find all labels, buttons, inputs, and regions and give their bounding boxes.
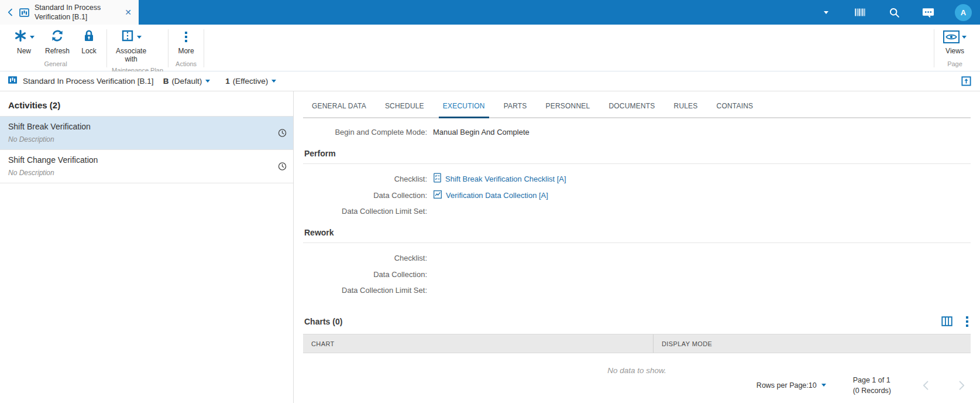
rework-limit-set-label: Data Collection Limit Set: (303, 286, 427, 295)
tab-general-data[interactable]: GENERAL DATA (311, 101, 367, 117)
activity-description: No Description (8, 135, 270, 144)
perform-data-collection-label: Data Collection: (303, 191, 427, 200)
tab-title-line2: Verification [B.1] (35, 13, 87, 21)
new-button-label: New (17, 47, 31, 55)
messages-icon[interactable] (921, 5, 935, 19)
more-button-label: More (178, 47, 194, 55)
rows-per-page-selector[interactable]: Rows per Page:10 (757, 381, 826, 390)
toolbar-group-actions: More Actions (170, 25, 202, 71)
revision-dropdown-caret-icon[interactable] (205, 80, 210, 83)
rework-data-collection-field: Data Collection: (303, 266, 971, 282)
toolbar-separator (168, 29, 169, 67)
column-header-chart[interactable]: CHART (303, 334, 654, 352)
rework-checklist-field: Checklist: (303, 250, 971, 267)
breadcrumb-object-icon (7, 74, 18, 88)
ribbon-toolbar: New Refresh (0, 25, 980, 71)
checklist-icon (433, 173, 442, 185)
list-item-shift-break-verification[interactable]: Shift Break Verification No Description (0, 117, 293, 150)
activity-description: No Description (8, 169, 270, 177)
toolbar-group-maintenance-plan: Associate with Maintenance Plan (108, 25, 167, 71)
perform-data-collection-field: Data Collection: Verification Data Colle… (303, 187, 971, 203)
rows-per-page-caret-icon[interactable] (821, 384, 826, 387)
version-dropdown-caret-icon[interactable] (271, 80, 276, 83)
perform-section-heading: Perform (304, 149, 971, 158)
process-tab-icon (19, 7, 30, 18)
topbar-dropdown-caret-icon[interactable] (819, 5, 833, 19)
revision-selector[interactable]: B (Default) (154, 77, 211, 86)
tab-schedule[interactable]: SCHEDULE (384, 101, 425, 117)
version-selector[interactable]: 1 (Effective) (216, 77, 276, 86)
next-page-icon[interactable] (955, 380, 967, 391)
toolbar-group-page: Views Page (936, 25, 980, 71)
refresh-button[interactable]: Refresh (41, 27, 74, 57)
back-chevron-icon[interactable] (5, 5, 16, 19)
views-dropdown-caret-icon[interactable] (962, 36, 967, 39)
column-header-display-mode[interactable]: DISPLAY MODE (654, 334, 971, 352)
perform-data-collection-link[interactable]: Verification Data Collection [A] (433, 190, 548, 201)
tab-personnel[interactable]: PERSONNEL (545, 101, 591, 117)
expand-view-icon[interactable] (961, 76, 972, 87)
toolbar-separator (204, 29, 204, 67)
page-info: Page 1 of 1 (0 Records) (853, 375, 891, 396)
application-window: Standard In Process Verification [B.1] ✕ (0, 0, 980, 403)
previous-page-icon[interactable] (920, 380, 932, 391)
group-label-page: Page (939, 59, 971, 70)
perform-limit-set-label: Data Collection Limit Set: (303, 207, 427, 216)
records-count: (0 Records) (853, 387, 891, 395)
group-label-actions: Actions (173, 59, 199, 70)
user-avatar[interactable]: A (955, 4, 972, 21)
detail-tabs: GENERAL DATA SCHEDULE EXECUTION PARTS PE… (303, 91, 971, 118)
tab-documents[interactable]: DOCUMENTS (608, 101, 655, 117)
search-icon[interactable] (887, 5, 901, 19)
more-kebab-icon (185, 32, 187, 42)
tab-title: Standard In Process Verification [B.1] (35, 3, 112, 22)
version-value: 1 (225, 77, 230, 86)
column-settings-icon[interactable] (941, 316, 953, 327)
open-tab[interactable]: Standard In Process Verification [B.1] ✕ (0, 0, 139, 25)
new-dropdown-caret-icon[interactable] (30, 36, 35, 39)
toolbar-separator (106, 29, 107, 67)
toolbar-group-general: New Refresh (6, 25, 105, 71)
charts-table-header: CHART DISPLAY MODE (303, 334, 971, 353)
close-tab-icon[interactable]: ✕ (125, 8, 132, 17)
tab-title-line1: Standard In Process (35, 4, 101, 12)
rows-per-page-label: Rows per Page:10 (757, 381, 817, 390)
table-pagination: Rows per Page:10 Page 1 of 1 (0 Records) (303, 375, 971, 403)
associate-with-button[interactable]: Associate with (112, 27, 150, 66)
more-button[interactable]: More (173, 27, 199, 57)
activity-title: Shift Break Verification (8, 122, 270, 131)
list-item-shift-change-verification[interactable]: Shift Change Verification No Description (0, 150, 293, 183)
new-button[interactable]: New (9, 27, 39, 57)
divider (303, 243, 971, 243)
views-button[interactable]: Views (939, 27, 971, 57)
page-count: Page 1 of 1 (853, 376, 890, 384)
rework-data-collection-label: Data Collection: (303, 270, 427, 279)
revision-value: B (163, 77, 169, 86)
lock-button-label: Lock (81, 47, 96, 55)
perform-checklist-link[interactable]: Shift Break Verification Checklist [A] (433, 173, 566, 185)
divider (303, 163, 971, 164)
tab-execution[interactable]: EXECUTION (442, 101, 486, 117)
empty-table-message: No data to show. (303, 366, 971, 375)
perform-checklist-field: Checklist: Shift Break Veri (303, 171, 971, 187)
activity-title: Shift Change Verification (8, 155, 270, 165)
perform-checklist-value: Shift Break Verification Checklist [A] (445, 175, 566, 183)
tab-parts[interactable]: PARTS (503, 101, 528, 117)
lock-button[interactable]: Lock (76, 27, 102, 57)
top-bar: Standard In Process Verification [B.1] ✕ (0, 0, 980, 25)
associate-with-icon (121, 29, 135, 45)
activities-list: Shift Break Verification No Description … (0, 116, 293, 183)
tab-contains[interactable]: CONTAINS (716, 101, 754, 117)
rework-checklist-label: Checklist: (303, 254, 427, 262)
refresh-icon (50, 29, 64, 45)
associate-with-dropdown-caret-icon[interactable] (137, 36, 142, 39)
clock-icon (277, 128, 287, 138)
activities-panel: Activities (2) Shift Break Verification … (0, 91, 294, 403)
breadcrumb-title: Standard In Process Verification [B.1] (23, 77, 154, 86)
table-more-kebab-icon[interactable] (966, 316, 968, 327)
barcode-scan-icon[interactable] (853, 5, 867, 19)
top-bar-actions: A (139, 0, 980, 25)
detail-panel: GENERAL DATA SCHEDULE EXECUTION PARTS PE… (294, 91, 980, 403)
clock-icon (277, 162, 287, 172)
tab-rules[interactable]: RULES (673, 101, 699, 117)
